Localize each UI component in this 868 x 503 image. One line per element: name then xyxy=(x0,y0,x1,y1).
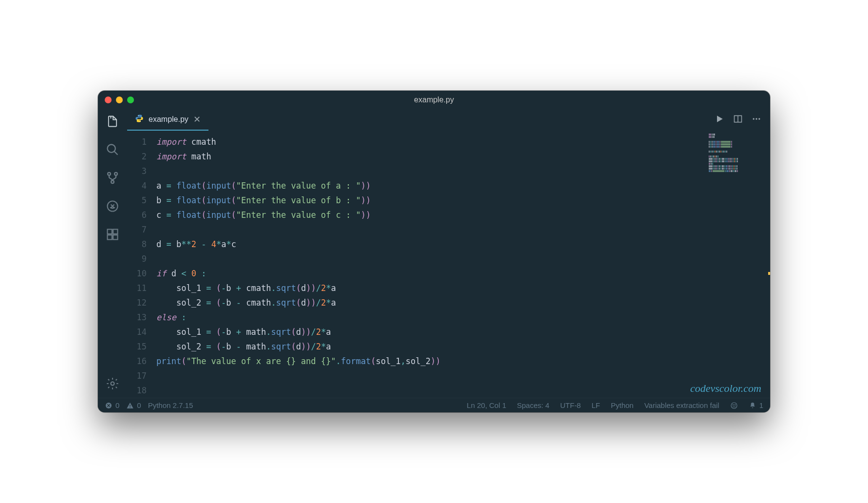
settings-gear-icon[interactable] xyxy=(105,376,120,391)
close-tab-icon[interactable]: ✕ xyxy=(193,114,201,125)
status-eol[interactable]: LF xyxy=(591,401,600,409)
svg-point-16 xyxy=(755,118,757,119)
status-extra[interactable]: Variables extraction fail xyxy=(644,401,719,409)
svg-point-12 xyxy=(140,121,141,121)
editor-window: example.py xyxy=(98,91,770,412)
svg-rect-8 xyxy=(108,235,112,239)
svg-point-15 xyxy=(753,118,755,119)
svg-point-10 xyxy=(111,382,114,386)
tab-bar: example.py ✕ xyxy=(127,109,770,131)
split-editor-icon[interactable] xyxy=(733,114,743,126)
svg-point-11 xyxy=(138,116,138,116)
svg-rect-6 xyxy=(108,230,112,234)
scroll-indicator xyxy=(768,272,770,275)
titlebar: example.py xyxy=(98,91,770,109)
status-notifications[interactable]: 1 xyxy=(749,401,763,409)
code-content[interactable]: import cmathimport math a = float(input(… xyxy=(156,131,770,398)
svg-rect-19 xyxy=(130,405,131,406)
activity-bar xyxy=(98,109,127,398)
minimize-window-button[interactable] xyxy=(116,97,123,103)
status-feedback-icon[interactable] xyxy=(730,402,738,409)
status-warnings[interactable]: 0 xyxy=(126,401,141,409)
status-cursor-position[interactable]: Ln 20, Col 1 xyxy=(467,401,506,409)
line-numbers: 123456789101112131415161718 xyxy=(127,131,156,398)
status-errors[interactable]: 0 xyxy=(105,401,119,409)
svg-line-1 xyxy=(114,152,118,155)
search-icon[interactable] xyxy=(105,142,120,157)
close-window-button[interactable] xyxy=(105,97,112,103)
more-actions-icon[interactable] xyxy=(752,114,761,126)
tab-label: example.py xyxy=(149,115,189,124)
status-encoding[interactable]: UTF-8 xyxy=(560,401,581,409)
editor-actions xyxy=(715,109,770,131)
debug-icon[interactable] xyxy=(105,199,120,213)
status-indentation[interactable]: Spaces: 4 xyxy=(517,401,549,409)
svg-point-21 xyxy=(731,403,737,408)
explorer-icon[interactable] xyxy=(105,114,120,129)
svg-rect-7 xyxy=(113,230,117,234)
maximize-window-button[interactable] xyxy=(127,97,134,103)
svg-rect-9 xyxy=(113,235,117,239)
svg-point-2 xyxy=(108,173,111,175)
svg-rect-20 xyxy=(130,407,131,407)
status-interpreter[interactable]: Python 2.7.15 xyxy=(148,401,193,409)
svg-point-17 xyxy=(758,118,760,119)
window-title: example.py xyxy=(414,96,454,104)
extensions-icon[interactable] xyxy=(105,227,120,242)
window-controls xyxy=(105,97,134,103)
svg-point-23 xyxy=(735,405,735,405)
svg-point-4 xyxy=(111,180,114,183)
python-file-icon xyxy=(135,114,144,125)
editor[interactable]: 123456789101112131415161718 import cmath… xyxy=(127,131,770,398)
source-control-icon[interactable] xyxy=(105,171,120,185)
svg-point-3 xyxy=(114,173,117,175)
status-language[interactable]: Python xyxy=(611,401,634,409)
run-icon[interactable] xyxy=(715,114,724,126)
svg-point-22 xyxy=(733,405,733,405)
svg-point-0 xyxy=(108,145,115,153)
status-bar: 0 0 Python 2.7.15 Ln 20, Col 1 Spaces: 4… xyxy=(98,398,770,412)
watermark: codevscolor.com xyxy=(690,382,761,395)
tab-example-py[interactable]: example.py ✕ xyxy=(127,109,208,131)
